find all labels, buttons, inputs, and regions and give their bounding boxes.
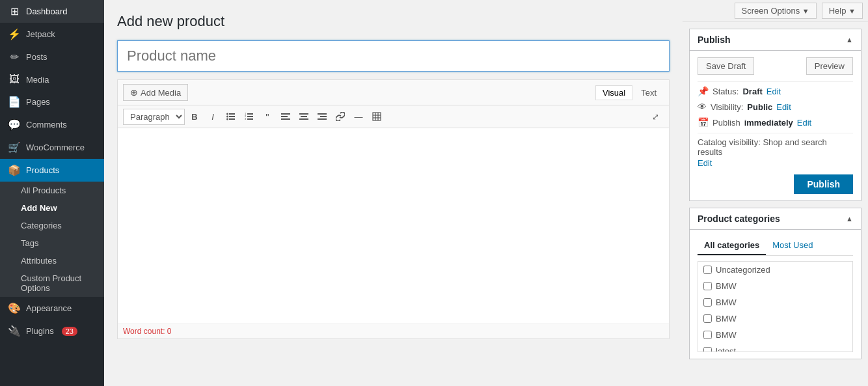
svg-text:3: 3 xyxy=(245,117,247,120)
publish-time-value: immediately xyxy=(744,118,793,128)
sidebar-item-media[interactable]: 🖼 Media xyxy=(0,68,104,90)
help-arrow: ▼ xyxy=(848,7,856,15)
svg-rect-21 xyxy=(373,113,381,120)
more-button[interactable]: — xyxy=(350,108,367,125)
tab-text[interactable]: Text xyxy=(634,85,664,100)
visual-text-tabs: Visual Text xyxy=(595,85,664,100)
table-button[interactable] xyxy=(368,108,385,125)
sidebar-submenu-add-new[interactable]: Add New xyxy=(0,199,104,217)
editor-body[interactable] xyxy=(118,128,669,324)
categories-metabox-body: All categories Most Used Uncategorized B… xyxy=(690,230,861,359)
publish-time-edit-link[interactable]: Edit xyxy=(797,118,811,128)
svg-rect-8 xyxy=(247,118,253,120)
italic-button[interactable]: I xyxy=(204,108,221,125)
sidebar-submenu-tags[interactable]: Tags xyxy=(0,234,104,252)
comments-icon: 💬 xyxy=(8,118,21,131)
word-count: Word count: 0 xyxy=(118,324,669,338)
cat-checkbox-latest[interactable] xyxy=(703,347,712,352)
product-name-input[interactable] xyxy=(117,40,670,72)
cat-tab-all[interactable]: All categories xyxy=(698,236,766,255)
sidebar-item-woocommerce[interactable]: 🛒 WooCommerce xyxy=(0,136,104,159)
fullscreen-button[interactable]: ⤢ xyxy=(647,108,664,125)
sidebar-submenu-all-products[interactable]: All Products xyxy=(0,182,104,199)
status-pin-icon: 📌 xyxy=(698,86,709,96)
svg-point-4 xyxy=(226,116,228,118)
sidebar-submenu-attributes[interactable]: Attributes xyxy=(0,252,104,269)
svg-rect-16 xyxy=(301,116,307,117)
add-media-button[interactable]: ⊕ Add Media xyxy=(123,84,188,101)
catalog-edit-link[interactable]: Edit xyxy=(698,158,853,168)
sidebar-item-appearance[interactable]: 🎨 Appearance xyxy=(0,297,104,320)
align-right-button[interactable] xyxy=(314,108,331,125)
formatting-bar: Paragraph B I 123 " — xyxy=(118,105,669,128)
preview-button[interactable]: Preview xyxy=(806,57,853,75)
svg-rect-15 xyxy=(299,113,308,115)
svg-rect-17 xyxy=(299,118,308,120)
word-count-value: 0 xyxy=(167,327,172,336)
publish-metabox-body: Save Draft Preview 📌 Status: Draft Edit … xyxy=(690,51,861,200)
sidebar-label-products: Products xyxy=(26,165,59,175)
word-count-label: Word count: xyxy=(123,327,165,336)
cat-checkbox-bmw2[interactable] xyxy=(703,298,712,307)
save-draft-button[interactable]: Save Draft xyxy=(698,57,754,75)
sidebar-label-comments: Comments xyxy=(26,120,67,130)
sidebar-item-jetpack[interactable]: ⚡ Jetpack xyxy=(0,23,104,46)
sidebar-item-pages[interactable]: 📄 Pages xyxy=(0,90,104,113)
svg-rect-7 xyxy=(247,116,253,117)
category-tabs: All categories Most Used xyxy=(698,236,853,256)
numbered-list-button[interactable]: 123 xyxy=(241,108,258,125)
catalog-visibility-row: Catalog visibility: Shop and search resu… xyxy=(698,137,853,168)
publish-button[interactable]: Publish xyxy=(794,174,853,194)
sidebar-submenu-custom-product-options[interactable]: Custom Product Options xyxy=(0,269,104,297)
cat-checkbox-bmw3[interactable] xyxy=(703,314,712,323)
sidebar-label-appearance: Appearance xyxy=(26,303,72,313)
cat-checkbox-bmw4[interactable] xyxy=(703,331,712,339)
screen-options-button[interactable]: Screen Options ▼ xyxy=(735,3,817,19)
visibility-label: Visibility: xyxy=(711,102,743,112)
appearance-icon: 🎨 xyxy=(8,302,21,314)
status-value: Draft xyxy=(742,87,762,96)
sidebar-item-products[interactable]: 📦 Products xyxy=(0,159,104,182)
link-button[interactable] xyxy=(332,108,349,125)
editor-toolbar-top: ⊕ Add Media Visual Text xyxy=(118,80,669,105)
cat-tab-most-used[interactable]: Most Used xyxy=(766,236,819,255)
sidebar-label-media: Media xyxy=(26,75,49,85)
categories-metabox-title: Product categories xyxy=(698,214,780,224)
sidebar-item-plugins[interactable]: 🔌 Plugins 23 xyxy=(0,320,104,342)
list-item: BMW xyxy=(698,294,852,310)
categories-metabox-header[interactable]: Product categories ▲ xyxy=(690,208,861,230)
sidebar-item-comments[interactable]: 💬 Comments xyxy=(0,113,104,136)
sidebar-item-posts[interactable]: ✏ Posts xyxy=(0,46,104,68)
media-icon: 🖼 xyxy=(8,74,21,85)
svg-rect-14 xyxy=(281,118,290,120)
status-edit-link[interactable]: Edit xyxy=(766,87,781,96)
sidebar-label-pages: Pages xyxy=(26,97,50,107)
paragraph-select[interactable]: Paragraph xyxy=(123,109,185,125)
status-row: 📌 Status: Draft Edit xyxy=(698,86,853,96)
align-center-button[interactable] xyxy=(295,108,312,125)
sidebar-submenu-categories[interactable]: Categories xyxy=(0,217,104,234)
cat-checkbox-bmw1[interactable] xyxy=(703,282,712,290)
dashboard-icon: ⊞ xyxy=(8,5,21,18)
plugins-icon: 🔌 xyxy=(8,325,21,337)
sidebar-item-dashboard[interactable]: ⊞ Dashboard xyxy=(0,0,104,23)
tab-visual[interactable]: Visual xyxy=(595,85,632,100)
help-label: Help xyxy=(829,6,847,16)
visibility-edit-link[interactable]: Edit xyxy=(776,102,791,112)
align-left-button[interactable] xyxy=(277,108,294,125)
publish-metabox-header[interactable]: Publish ▲ xyxy=(690,29,861,51)
list-item: BMW xyxy=(698,327,852,343)
help-button[interactable]: Help ▼ xyxy=(822,3,863,19)
divider-1 xyxy=(698,81,853,82)
blockquote-button[interactable]: " xyxy=(259,108,276,125)
bullet-list-button[interactable] xyxy=(223,108,239,125)
publish-metabox: Publish ▲ Save Draft Preview 📌 Status: D… xyxy=(689,29,861,201)
cat-checkbox-uncategorized[interactable] xyxy=(703,266,712,274)
sidebar-label-woocommerce: WooCommerce xyxy=(26,143,85,152)
svg-rect-12 xyxy=(281,113,290,115)
visibility-value: Public xyxy=(747,102,772,112)
posts-icon: ✏ xyxy=(8,51,21,63)
svg-rect-18 xyxy=(318,113,327,115)
bold-button[interactable]: B xyxy=(186,108,203,125)
svg-rect-2 xyxy=(229,118,235,120)
